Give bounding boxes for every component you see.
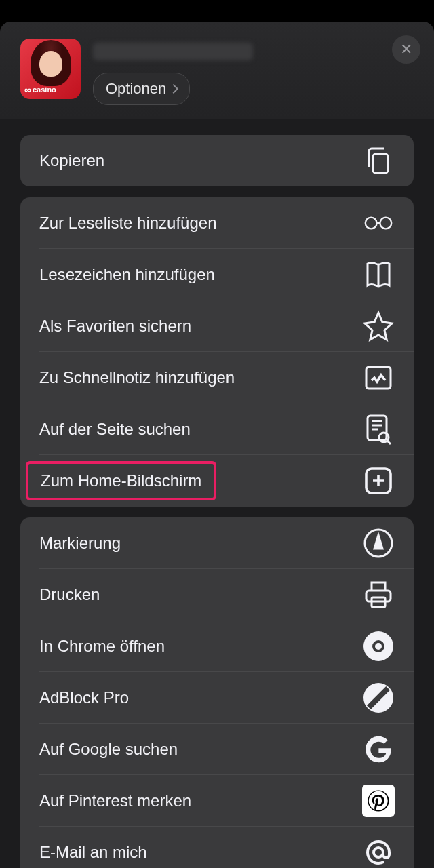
pinterest-icon xyxy=(362,785,395,817)
chrome-label: In Chrome öffnen xyxy=(39,637,165,656)
chevron-right-icon xyxy=(169,84,178,94)
google-label: Auf Google suchen xyxy=(39,740,178,759)
svg-point-2 xyxy=(380,218,391,229)
action-group-1: Kopieren xyxy=(20,135,414,186)
reading-list-label: Zur Leseliste hinzufügen xyxy=(39,214,217,233)
at-icon xyxy=(362,836,395,868)
sheet-header: ∞casino Optionen ✕ xyxy=(0,22,434,119)
printer-icon xyxy=(362,578,395,611)
page-title-blurred xyxy=(93,43,253,60)
copy-label: Kopieren xyxy=(39,151,104,170)
markup-action[interactable]: Markierung xyxy=(20,517,414,569)
share-sheet: ∞casino Optionen ✕ Kopieren Zur Leselist… xyxy=(0,22,434,868)
options-label: Optionen xyxy=(106,80,166,98)
svg-rect-0 xyxy=(373,154,388,173)
chrome-action[interactable]: In Chrome öffnen xyxy=(20,620,414,672)
actions-list: Kopieren Zur Leseliste hinzufügen Leseze… xyxy=(0,119,434,868)
home-screen-action[interactable]: Zum Home-Bildschirm Zum Home-Bildschirm xyxy=(20,455,414,507)
pinterest-action[interactable]: Auf Pinterest merken xyxy=(20,775,414,827)
print-label: Drucken xyxy=(39,585,100,604)
quicknote-label: Zu Schnellnotiz hinzufügen xyxy=(39,368,235,387)
copy-icon xyxy=(362,144,395,177)
home-screen-label: Zum Home-Bildschirm xyxy=(41,471,201,490)
adblock-action[interactable]: AdBlock Pro xyxy=(20,672,414,724)
svg-point-1 xyxy=(366,218,377,229)
header-text-area: Optionen xyxy=(93,39,420,105)
close-button[interactable]: ✕ xyxy=(392,35,420,64)
find-label: Auf der Seite suchen xyxy=(39,420,191,439)
bookmark-action[interactable]: Lesezeichen hinzufügen xyxy=(20,249,414,300)
svg-rect-8 xyxy=(366,591,391,601)
print-action[interactable]: Drucken xyxy=(20,569,414,620)
star-icon xyxy=(362,310,395,342)
chrome-icon xyxy=(362,630,395,663)
markup-label: Markierung xyxy=(39,534,121,553)
markup-icon xyxy=(362,527,395,559)
favorite-label: Als Favoriten sichern xyxy=(39,317,191,336)
options-button[interactable]: Optionen xyxy=(93,73,190,105)
svg-rect-4 xyxy=(368,416,387,440)
highlight-frame: Zum Home-Bildschirm xyxy=(26,461,216,500)
action-group-3: Markierung Drucken In Chrome öffnen AdBl… xyxy=(20,517,414,868)
adblock-icon xyxy=(362,682,395,714)
svg-point-12 xyxy=(375,643,382,650)
email-label: E-Mail an mich xyxy=(39,843,147,862)
action-group-2: Zur Leseliste hinzufügen Lesezeichen hin… xyxy=(20,197,414,507)
add-to-home-icon xyxy=(362,465,395,497)
close-icon: ✕ xyxy=(400,41,412,58)
copy-action[interactable]: Kopieren xyxy=(20,135,414,186)
quicknote-action[interactable]: Zu Schnellnotiz hinzufügen xyxy=(20,352,414,403)
google-icon xyxy=(362,733,395,766)
email-action[interactable]: E-Mail an mich xyxy=(20,827,414,868)
find-on-page-icon xyxy=(362,413,395,446)
app-icon: ∞casino xyxy=(20,39,81,99)
adblock-label: AdBlock Pro xyxy=(39,688,129,707)
bookmark-label: Lesezeichen hinzufügen xyxy=(39,265,215,284)
favorite-action[interactable]: Als Favoriten sichern xyxy=(20,300,414,352)
reading-list-action[interactable]: Zur Leseliste hinzufügen xyxy=(20,197,414,249)
find-action[interactable]: Auf der Seite suchen xyxy=(20,403,414,455)
book-icon xyxy=(362,258,395,291)
glasses-icon xyxy=(362,207,395,239)
quicknote-icon xyxy=(362,361,395,394)
pinterest-label: Auf Pinterest merken xyxy=(39,791,191,810)
svg-point-16 xyxy=(374,848,383,857)
google-action[interactable]: Auf Google suchen xyxy=(20,724,414,775)
